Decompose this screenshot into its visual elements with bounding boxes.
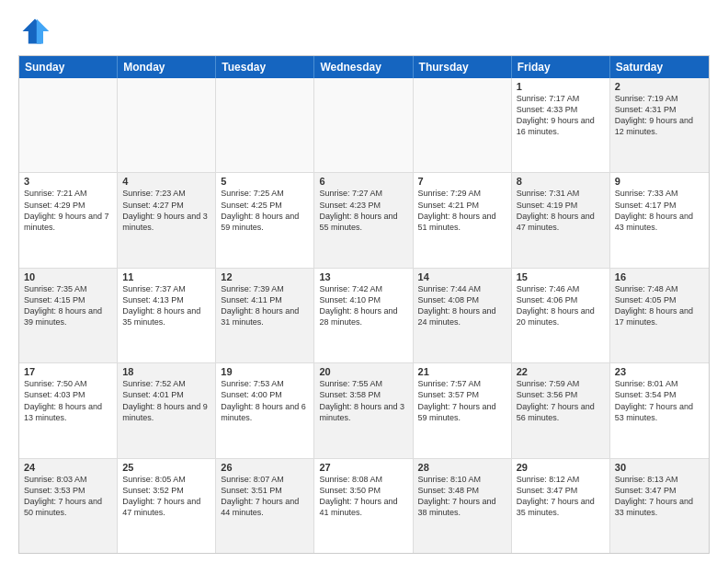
day-cell-2: 2Sunrise: 7:19 AM Sunset: 4:31 PM Daylig… [610, 78, 709, 172]
day-cell-26: 26Sunrise: 8:07 AM Sunset: 3:51 PM Dayli… [216, 459, 314, 553]
logo-icon [18, 15, 51, 48]
page: SundayMondayTuesdayWednesdayThursdayFrid… [0, 0, 728, 563]
day-number: 9 [615, 176, 704, 187]
day-cell-18: 18Sunrise: 7:52 AM Sunset: 4:01 PM Dayli… [118, 363, 216, 457]
day-number: 27 [319, 462, 407, 473]
day-info: Sunrise: 8:10 AM Sunset: 3:48 PM Dayligh… [418, 474, 506, 519]
day-info: Sunrise: 8:12 AM Sunset: 3:47 PM Dayligh… [517, 474, 605, 519]
day-info: Sunrise: 7:37 AM Sunset: 4:13 PM Dayligh… [122, 283, 210, 328]
day-number: 30 [615, 462, 704, 473]
day-number: 19 [221, 366, 309, 377]
day-info: Sunrise: 7:55 AM Sunset: 3:58 PM Dayligh… [319, 378, 407, 423]
calendar-row-5: 24Sunrise: 8:03 AM Sunset: 3:53 PM Dayli… [19, 459, 709, 553]
calendar-row-3: 10Sunrise: 7:35 AM Sunset: 4:15 PM Dayli… [19, 269, 709, 363]
day-info: Sunrise: 7:48 AM Sunset: 4:05 PM Dayligh… [615, 283, 704, 328]
empty-cell [216, 78, 314, 172]
day-info: Sunrise: 8:08 AM Sunset: 3:50 PM Dayligh… [319, 474, 407, 519]
day-cell-22: 22Sunrise: 7:59 AM Sunset: 3:56 PM Dayli… [512, 363, 610, 457]
day-info: Sunrise: 7:31 AM Sunset: 4:19 PM Dayligh… [517, 188, 605, 233]
day-number: 25 [122, 462, 210, 473]
day-cell-29: 29Sunrise: 8:12 AM Sunset: 3:47 PM Dayli… [512, 459, 610, 553]
empty-cell [414, 78, 512, 172]
day-number: 28 [418, 462, 506, 473]
logo [18, 15, 55, 48]
empty-cell [19, 78, 118, 172]
day-cell-24: 24Sunrise: 8:03 AM Sunset: 3:53 PM Dayli… [19, 459, 118, 553]
day-info: Sunrise: 8:03 AM Sunset: 3:53 PM Dayligh… [24, 474, 112, 519]
day-info: Sunrise: 7:39 AM Sunset: 4:11 PM Dayligh… [221, 283, 309, 328]
day-cell-27: 27Sunrise: 8:08 AM Sunset: 3:50 PM Dayli… [314, 459, 413, 553]
calendar-row-4: 17Sunrise: 7:50 AM Sunset: 4:03 PM Dayli… [19, 363, 709, 458]
day-number: 21 [418, 366, 506, 377]
day-cell-17: 17Sunrise: 7:50 AM Sunset: 4:03 PM Dayli… [19, 363, 118, 457]
day-cell-6: 6Sunrise: 7:27 AM Sunset: 4:23 PM Daylig… [314, 173, 413, 267]
calendar-header: SundayMondayTuesdayWednesdayThursdayFrid… [19, 56, 709, 78]
day-number: 11 [122, 271, 210, 282]
day-info: Sunrise: 7:27 AM Sunset: 4:23 PM Dayligh… [319, 188, 407, 233]
day-cell-8: 8Sunrise: 7:31 AM Sunset: 4:19 PM Daylig… [512, 173, 610, 267]
day-cell-30: 30Sunrise: 8:13 AM Sunset: 3:47 PM Dayli… [610, 459, 709, 553]
header [18, 15, 710, 48]
day-number: 16 [615, 271, 704, 282]
day-number: 23 [615, 366, 704, 377]
day-cell-5: 5Sunrise: 7:25 AM Sunset: 4:25 PM Daylig… [216, 173, 314, 267]
day-number: 1 [517, 81, 605, 92]
day-cell-21: 21Sunrise: 7:57 AM Sunset: 3:57 PM Dayli… [414, 363, 512, 457]
header-day-saturday: Saturday [610, 56, 709, 78]
header-day-thursday: Thursday [414, 56, 512, 78]
calendar-body: 1Sunrise: 7:17 AM Sunset: 4:33 PM Daylig… [19, 78, 709, 553]
day-number: 17 [24, 366, 112, 377]
day-cell-12: 12Sunrise: 7:39 AM Sunset: 4:11 PM Dayli… [216, 269, 314, 362]
day-info: Sunrise: 7:52 AM Sunset: 4:01 PM Dayligh… [122, 378, 210, 423]
day-info: Sunrise: 7:19 AM Sunset: 4:31 PM Dayligh… [615, 93, 704, 138]
calendar-row-2: 3Sunrise: 7:21 AM Sunset: 4:29 PM Daylig… [19, 173, 709, 268]
day-info: Sunrise: 7:25 AM Sunset: 4:25 PM Dayligh… [221, 188, 309, 233]
day-info: Sunrise: 7:57 AM Sunset: 3:57 PM Dayligh… [418, 378, 506, 423]
day-cell-19: 19Sunrise: 7:53 AM Sunset: 4:00 PM Dayli… [216, 363, 314, 457]
header-day-friday: Friday [512, 56, 610, 78]
day-number: 6 [319, 176, 407, 187]
day-info: Sunrise: 7:33 AM Sunset: 4:17 PM Dayligh… [615, 188, 704, 233]
day-cell-23: 23Sunrise: 8:01 AM Sunset: 3:54 PM Dayli… [610, 363, 709, 457]
day-cell-9: 9Sunrise: 7:33 AM Sunset: 4:17 PM Daylig… [610, 173, 709, 267]
day-info: Sunrise: 8:07 AM Sunset: 3:51 PM Dayligh… [221, 474, 309, 519]
svg-marker-1 [37, 19, 50, 44]
day-info: Sunrise: 7:46 AM Sunset: 4:06 PM Dayligh… [517, 283, 605, 328]
day-number: 10 [24, 271, 112, 282]
calendar: SundayMondayTuesdayWednesdayThursdayFrid… [18, 55, 710, 554]
day-number: 8 [517, 176, 605, 187]
day-cell-7: 7Sunrise: 7:29 AM Sunset: 4:21 PM Daylig… [414, 173, 512, 267]
day-info: Sunrise: 8:13 AM Sunset: 3:47 PM Dayligh… [615, 474, 704, 519]
day-number: 13 [319, 271, 407, 282]
day-info: Sunrise: 8:05 AM Sunset: 3:52 PM Dayligh… [122, 474, 210, 519]
day-cell-1: 1Sunrise: 7:17 AM Sunset: 4:33 PM Daylig… [512, 78, 610, 172]
day-number: 18 [122, 366, 210, 377]
day-info: Sunrise: 7:53 AM Sunset: 4:00 PM Dayligh… [221, 378, 309, 423]
day-cell-15: 15Sunrise: 7:46 AM Sunset: 4:06 PM Dayli… [512, 269, 610, 362]
day-number: 12 [221, 271, 309, 282]
day-info: Sunrise: 7:17 AM Sunset: 4:33 PM Dayligh… [517, 93, 605, 138]
day-number: 7 [418, 176, 506, 187]
day-info: Sunrise: 8:01 AM Sunset: 3:54 PM Dayligh… [615, 378, 704, 423]
day-cell-4: 4Sunrise: 7:23 AM Sunset: 4:27 PM Daylig… [118, 173, 216, 267]
day-info: Sunrise: 7:44 AM Sunset: 4:08 PM Dayligh… [418, 283, 506, 328]
day-cell-14: 14Sunrise: 7:44 AM Sunset: 4:08 PM Dayli… [414, 269, 512, 362]
day-number: 26 [221, 462, 309, 473]
day-info: Sunrise: 7:23 AM Sunset: 4:27 PM Dayligh… [122, 188, 210, 233]
day-cell-16: 16Sunrise: 7:48 AM Sunset: 4:05 PM Dayli… [610, 269, 709, 362]
day-number: 4 [122, 176, 210, 187]
day-cell-10: 10Sunrise: 7:35 AM Sunset: 4:15 PM Dayli… [19, 269, 118, 362]
day-cell-25: 25Sunrise: 8:05 AM Sunset: 3:52 PM Dayli… [118, 459, 216, 553]
day-number: 20 [319, 366, 407, 377]
day-cell-20: 20Sunrise: 7:55 AM Sunset: 3:58 PM Dayli… [314, 363, 413, 457]
calendar-row-1: 1Sunrise: 7:17 AM Sunset: 4:33 PM Daylig… [19, 78, 709, 173]
header-day-monday: Monday [118, 56, 216, 78]
day-number: 2 [615, 81, 704, 92]
day-cell-3: 3Sunrise: 7:21 AM Sunset: 4:29 PM Daylig… [19, 173, 118, 267]
day-number: 22 [517, 366, 605, 377]
day-info: Sunrise: 7:29 AM Sunset: 4:21 PM Dayligh… [418, 188, 506, 233]
empty-cell [314, 78, 413, 172]
day-info: Sunrise: 7:35 AM Sunset: 4:15 PM Dayligh… [24, 283, 112, 328]
day-cell-11: 11Sunrise: 7:37 AM Sunset: 4:13 PM Dayli… [118, 269, 216, 362]
day-info: Sunrise: 7:50 AM Sunset: 4:03 PM Dayligh… [24, 378, 112, 423]
